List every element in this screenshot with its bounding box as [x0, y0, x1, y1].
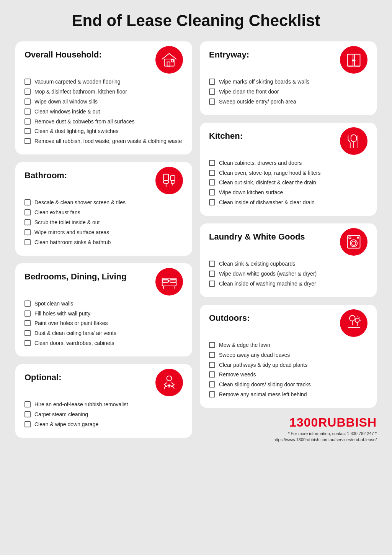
checkbox[interactable]: [24, 99, 31, 105]
checkbox[interactable]: [209, 189, 215, 195]
list-item: Remove any animal mess left behind: [209, 391, 368, 398]
checkbox[interactable]: [24, 229, 31, 235]
overall-household-list: Vacuum carpeted & wooden flooring Mop & …: [24, 78, 183, 145]
checkbox[interactable]: [24, 401, 31, 407]
checkbox[interactable]: [24, 199, 31, 205]
overall-household-title: Overall Household:: [24, 50, 102, 60]
list-item: Wipe down all window sills: [24, 98, 183, 105]
list-item: Carpet steam cleaning: [24, 411, 183, 418]
checkbox[interactable]: [24, 239, 31, 245]
list-item: Scrub the toilet inside & out: [24, 219, 183, 226]
checkbox[interactable]: [209, 160, 215, 166]
optional-icon: ?: [155, 369, 183, 396]
checkbox[interactable]: [209, 342, 215, 348]
checkbox[interactable]: [24, 310, 31, 317]
svg-point-23: [354, 60, 355, 61]
svg-point-34: [352, 241, 356, 245]
svg-rect-0: [164, 59, 174, 66]
checkbox[interactable]: [24, 118, 31, 125]
svg-rect-9: [162, 281, 176, 286]
checkbox[interactable]: [24, 421, 31, 427]
list-item: Descale & clean shower screen & tiles: [24, 199, 183, 206]
checkbox[interactable]: [209, 371, 215, 378]
checkbox[interactable]: [24, 411, 31, 417]
brand-logo: 1300RUBBISH: [289, 415, 377, 430]
checkbox[interactable]: [209, 170, 215, 176]
svg-line-43: [359, 317, 360, 318]
checkbox[interactable]: [209, 271, 215, 277]
outdoors-icon: [340, 309, 368, 337]
bedrooms-list: Spot clean walls Fill holes with wall pu…: [24, 300, 183, 347]
checkbox[interactable]: [24, 79, 31, 85]
list-item: Spot clean walls: [24, 300, 183, 307]
checkbox[interactable]: [209, 179, 215, 186]
checkbox[interactable]: [209, 381, 215, 388]
checkbox[interactable]: [24, 138, 31, 144]
list-item: Clean oven, stove-top, range hood & filt…: [209, 169, 368, 177]
list-item: Clean inside of washing machine & dryer: [209, 280, 368, 287]
bathroom-section: Bathroom: Descale & clean shower screen …: [15, 162, 192, 255]
bedrooms-title: Bedrooms, Dining, Living: [24, 272, 126, 282]
entryway-title: Entryway:: [209, 50, 249, 60]
bathroom-icon: [155, 167, 183, 194]
footer-contact: * For more information, contact 1 300 78…: [288, 431, 377, 436]
outdoors-header: Outdoors:: [209, 313, 368, 337]
list-item: Mow & edge the lawn: [209, 342, 368, 349]
checkbox[interactable]: [24, 330, 31, 336]
svg-rect-35: [349, 237, 351, 238]
list-item: Clean sink & existing cupboards: [209, 260, 368, 268]
laundry-title: Laundry & White Goods: [209, 232, 305, 242]
checkbox[interactable]: [24, 209, 31, 215]
svg-rect-6: [172, 181, 174, 183]
checkbox[interactable]: [24, 340, 31, 346]
checkbox[interactable]: [209, 79, 215, 85]
svg-rect-1: [167, 62, 170, 66]
optional-section: Optional: ? Hire an end-of-lease rubbish…: [15, 364, 192, 438]
checkbox[interactable]: [209, 281, 215, 287]
checkbox[interactable]: [209, 261, 215, 267]
checkbox[interactable]: [209, 199, 215, 205]
checkbox[interactable]: [24, 89, 31, 95]
list-item: Sweep away any dead leaves: [209, 351, 368, 359]
list-item: Paint over holes or paint flakes: [24, 320, 183, 327]
svg-line-29: [348, 140, 350, 142]
list-item: Clean out sink, disinfect & clear the dr…: [209, 179, 368, 186]
list-item: Clean & dust lighting, light switches: [24, 128, 183, 135]
checkbox[interactable]: [24, 219, 31, 225]
checkbox[interactable]: [209, 352, 215, 358]
kitchen-list: Clean cabinets, drawers and doors Clean …: [209, 159, 368, 206]
outdoors-section: Outdoors:: [200, 305, 377, 408]
checkbox[interactable]: [209, 99, 215, 105]
kitchen-title: Kitchen:: [209, 131, 243, 141]
checkbox[interactable]: [24, 320, 31, 326]
checkbox[interactable]: [24, 128, 31, 134]
laundry-header: Laundry & White Goods: [209, 232, 368, 256]
kitchen-header: Kitchen:: [209, 131, 368, 155]
right-column: Entryway: Wipe marks off skirting boards…: [200, 41, 377, 442]
list-item: Remove weeds: [209, 371, 368, 378]
optional-title: Optional:: [24, 373, 62, 383]
checkbox[interactable]: [209, 362, 215, 368]
list-item: Clean windows inside & out: [24, 108, 183, 115]
bedrooms-section: Bedrooms, Dining, Living: [15, 263, 192, 356]
left-column: Overall Household: Vacuum carpeted & woo…: [15, 41, 192, 442]
list-item: Fill holes with wall putty: [24, 310, 183, 317]
laundry-list: Clean sink & existing cupboards Wipe dow…: [209, 260, 368, 287]
checkbox[interactable]: [24, 108, 31, 115]
list-item: Wipe marks off skirting boards & walls: [209, 78, 368, 85]
list-item: Wipe clean the front door: [209, 88, 368, 95]
entryway-section: Entryway: Wipe marks off skirting boards…: [200, 41, 377, 115]
checkbox[interactable]: [24, 300, 31, 307]
svg-point-39: [355, 318, 359, 322]
laundry-section: Laundry & White Goods Clean sink & exist…: [200, 223, 377, 297]
list-item: Clean bathroom sinks & bathtub: [24, 239, 183, 246]
svg-point-17: [167, 376, 172, 381]
list-item: Clean cabinets, drawers and doors: [209, 159, 368, 167]
list-item: Clean sliding doors/ sliding door tracks: [209, 381, 368, 388]
bedrooms-header: Bedrooms, Dining, Living: [24, 272, 183, 296]
list-item: Vacuum carpeted & wooden flooring: [24, 78, 183, 85]
checkbox[interactable]: [209, 391, 215, 397]
logo-text: 1300RUBBISH: [289, 415, 377, 430]
checkbox[interactable]: [209, 89, 215, 95]
svg-text:?: ?: [168, 384, 170, 388]
